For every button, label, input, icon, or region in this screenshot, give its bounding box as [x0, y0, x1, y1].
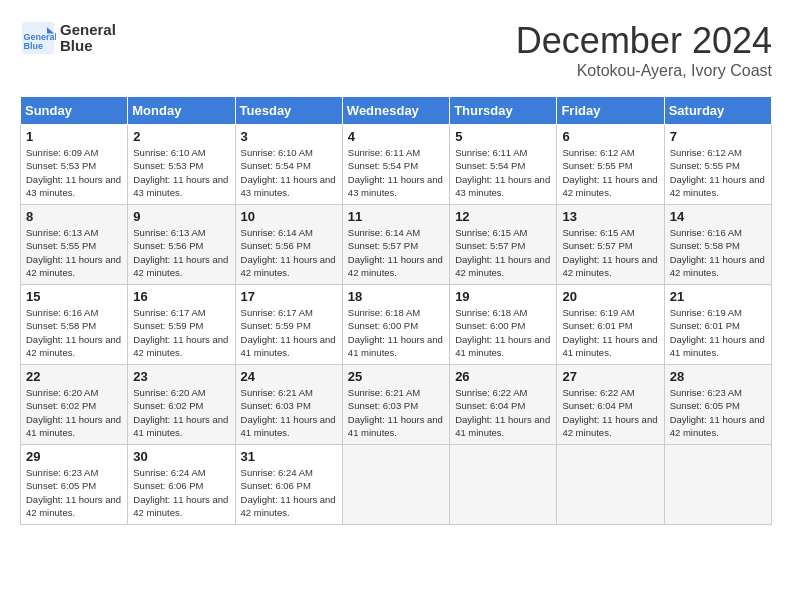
day-info: Sunrise: 6:17 AM Sunset: 5:59 PM Dayligh… [241, 306, 337, 359]
calendar-cell: 14 Sunrise: 6:16 AM Sunset: 5:58 PM Dayl… [664, 205, 771, 285]
day-number: 9 [133, 209, 229, 224]
day-number: 14 [670, 209, 766, 224]
day-number: 1 [26, 129, 122, 144]
day-number: 8 [26, 209, 122, 224]
calendar-cell: 20 Sunrise: 6:19 AM Sunset: 6:01 PM Dayl… [557, 285, 664, 365]
day-info: Sunrise: 6:16 AM Sunset: 5:58 PM Dayligh… [670, 226, 766, 279]
calendar-cell [342, 445, 449, 525]
calendar-week-row: 22 Sunrise: 6:20 AM Sunset: 6:02 PM Dayl… [21, 365, 772, 445]
day-info: Sunrise: 6:21 AM Sunset: 6:03 PM Dayligh… [348, 386, 444, 439]
calendar-week-row: 29 Sunrise: 6:23 AM Sunset: 6:05 PM Dayl… [21, 445, 772, 525]
day-info: Sunrise: 6:24 AM Sunset: 6:06 PM Dayligh… [133, 466, 229, 519]
calendar-cell: 11 Sunrise: 6:14 AM Sunset: 5:57 PM Dayl… [342, 205, 449, 285]
logo-line2: Blue [60, 38, 116, 55]
day-info: Sunrise: 6:13 AM Sunset: 5:55 PM Dayligh… [26, 226, 122, 279]
logo-text: General Blue [60, 22, 116, 55]
day-info: Sunrise: 6:23 AM Sunset: 6:05 PM Dayligh… [26, 466, 122, 519]
day-info: Sunrise: 6:20 AM Sunset: 6:02 PM Dayligh… [133, 386, 229, 439]
day-number: 5 [455, 129, 551, 144]
day-info: Sunrise: 6:15 AM Sunset: 5:57 PM Dayligh… [562, 226, 658, 279]
day-number: 27 [562, 369, 658, 384]
day-of-week-header: Thursday [450, 97, 557, 125]
day-number: 6 [562, 129, 658, 144]
day-number: 11 [348, 209, 444, 224]
day-number: 13 [562, 209, 658, 224]
calendar-subtitle: Kotokou-Ayera, Ivory Coast [516, 62, 772, 80]
day-info: Sunrise: 6:22 AM Sunset: 6:04 PM Dayligh… [455, 386, 551, 439]
calendar-cell: 31 Sunrise: 6:24 AM Sunset: 6:06 PM Dayl… [235, 445, 342, 525]
calendar-cell: 10 Sunrise: 6:14 AM Sunset: 5:56 PM Dayl… [235, 205, 342, 285]
day-info: Sunrise: 6:19 AM Sunset: 6:01 PM Dayligh… [562, 306, 658, 359]
calendar-cell: 1 Sunrise: 6:09 AM Sunset: 5:53 PM Dayli… [21, 125, 128, 205]
day-number: 17 [241, 289, 337, 304]
logo-line1: General [60, 22, 116, 39]
calendar-cell: 13 Sunrise: 6:15 AM Sunset: 5:57 PM Dayl… [557, 205, 664, 285]
day-info: Sunrise: 6:12 AM Sunset: 5:55 PM Dayligh… [562, 146, 658, 199]
day-of-week-header: Tuesday [235, 97, 342, 125]
logo: General Blue General Blue [20, 20, 116, 56]
calendar-cell: 30 Sunrise: 6:24 AM Sunset: 6:06 PM Dayl… [128, 445, 235, 525]
calendar-cell: 24 Sunrise: 6:21 AM Sunset: 6:03 PM Dayl… [235, 365, 342, 445]
day-number: 12 [455, 209, 551, 224]
day-of-week-header: Monday [128, 97, 235, 125]
calendar-cell: 16 Sunrise: 6:17 AM Sunset: 5:59 PM Dayl… [128, 285, 235, 365]
calendar-cell: 3 Sunrise: 6:10 AM Sunset: 5:54 PM Dayli… [235, 125, 342, 205]
calendar-cell: 8 Sunrise: 6:13 AM Sunset: 5:55 PM Dayli… [21, 205, 128, 285]
calendar-table: SundayMondayTuesdayWednesdayThursdayFrid… [20, 96, 772, 525]
day-number: 30 [133, 449, 229, 464]
day-info: Sunrise: 6:15 AM Sunset: 5:57 PM Dayligh… [455, 226, 551, 279]
day-info: Sunrise: 6:20 AM Sunset: 6:02 PM Dayligh… [26, 386, 122, 439]
svg-text:Blue: Blue [24, 41, 44, 51]
calendar-cell: 26 Sunrise: 6:22 AM Sunset: 6:04 PM Dayl… [450, 365, 557, 445]
calendar-week-row: 8 Sunrise: 6:13 AM Sunset: 5:55 PM Dayli… [21, 205, 772, 285]
day-number: 28 [670, 369, 766, 384]
day-number: 26 [455, 369, 551, 384]
calendar-cell: 9 Sunrise: 6:13 AM Sunset: 5:56 PM Dayli… [128, 205, 235, 285]
calendar-week-row: 1 Sunrise: 6:09 AM Sunset: 5:53 PM Dayli… [21, 125, 772, 205]
day-info: Sunrise: 6:18 AM Sunset: 6:00 PM Dayligh… [455, 306, 551, 359]
title-section: December 2024 Kotokou-Ayera, Ivory Coast [516, 20, 772, 80]
calendar-cell: 25 Sunrise: 6:21 AM Sunset: 6:03 PM Dayl… [342, 365, 449, 445]
calendar-cell: 17 Sunrise: 6:17 AM Sunset: 5:59 PM Dayl… [235, 285, 342, 365]
day-number: 2 [133, 129, 229, 144]
calendar-cell: 28 Sunrise: 6:23 AM Sunset: 6:05 PM Dayl… [664, 365, 771, 445]
day-info: Sunrise: 6:10 AM Sunset: 5:54 PM Dayligh… [241, 146, 337, 199]
calendar-cell: 12 Sunrise: 6:15 AM Sunset: 5:57 PM Dayl… [450, 205, 557, 285]
day-number: 19 [455, 289, 551, 304]
calendar-cell [450, 445, 557, 525]
day-info: Sunrise: 6:17 AM Sunset: 5:59 PM Dayligh… [133, 306, 229, 359]
day-number: 31 [241, 449, 337, 464]
logo-icon: General Blue [20, 20, 56, 56]
calendar-cell: 27 Sunrise: 6:22 AM Sunset: 6:04 PM Dayl… [557, 365, 664, 445]
day-number: 22 [26, 369, 122, 384]
day-number: 4 [348, 129, 444, 144]
day-info: Sunrise: 6:10 AM Sunset: 5:53 PM Dayligh… [133, 146, 229, 199]
calendar-cell: 5 Sunrise: 6:11 AM Sunset: 5:54 PM Dayli… [450, 125, 557, 205]
header: General Blue General Blue December 2024 … [20, 20, 772, 80]
day-info: Sunrise: 6:14 AM Sunset: 5:57 PM Dayligh… [348, 226, 444, 279]
day-info: Sunrise: 6:19 AM Sunset: 6:01 PM Dayligh… [670, 306, 766, 359]
calendar-week-row: 15 Sunrise: 6:16 AM Sunset: 5:58 PM Dayl… [21, 285, 772, 365]
day-info: Sunrise: 6:13 AM Sunset: 5:56 PM Dayligh… [133, 226, 229, 279]
day-info: Sunrise: 6:14 AM Sunset: 5:56 PM Dayligh… [241, 226, 337, 279]
calendar-cell: 21 Sunrise: 6:19 AM Sunset: 6:01 PM Dayl… [664, 285, 771, 365]
day-info: Sunrise: 6:16 AM Sunset: 5:58 PM Dayligh… [26, 306, 122, 359]
calendar-cell [664, 445, 771, 525]
calendar-cell [557, 445, 664, 525]
day-number: 10 [241, 209, 337, 224]
day-info: Sunrise: 6:11 AM Sunset: 5:54 PM Dayligh… [348, 146, 444, 199]
day-info: Sunrise: 6:18 AM Sunset: 6:00 PM Dayligh… [348, 306, 444, 359]
day-info: Sunrise: 6:24 AM Sunset: 6:06 PM Dayligh… [241, 466, 337, 519]
calendar-cell: 18 Sunrise: 6:18 AM Sunset: 6:00 PM Dayl… [342, 285, 449, 365]
calendar-cell: 19 Sunrise: 6:18 AM Sunset: 6:00 PM Dayl… [450, 285, 557, 365]
calendar-cell: 23 Sunrise: 6:20 AM Sunset: 6:02 PM Dayl… [128, 365, 235, 445]
day-of-week-header: Friday [557, 97, 664, 125]
day-number: 24 [241, 369, 337, 384]
day-info: Sunrise: 6:22 AM Sunset: 6:04 PM Dayligh… [562, 386, 658, 439]
calendar-cell: 2 Sunrise: 6:10 AM Sunset: 5:53 PM Dayli… [128, 125, 235, 205]
calendar-cell: 7 Sunrise: 6:12 AM Sunset: 5:55 PM Dayli… [664, 125, 771, 205]
day-number: 23 [133, 369, 229, 384]
calendar-cell: 4 Sunrise: 6:11 AM Sunset: 5:54 PM Dayli… [342, 125, 449, 205]
day-number: 16 [133, 289, 229, 304]
calendar-cell: 15 Sunrise: 6:16 AM Sunset: 5:58 PM Dayl… [21, 285, 128, 365]
